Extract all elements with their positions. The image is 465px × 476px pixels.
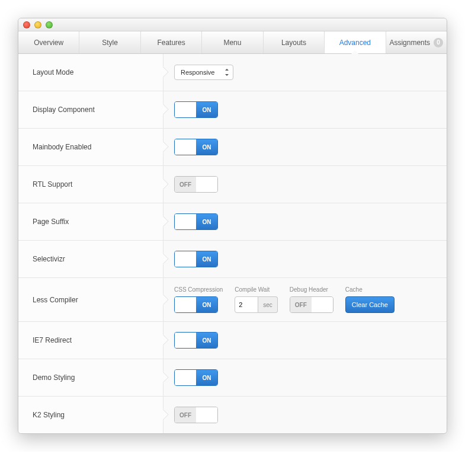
control-k2-styling: OFF — [163, 397, 447, 433]
ie7-redirect-toggle[interactable]: ON — [174, 332, 218, 349]
toggle-state: ON — [196, 139, 217, 155]
row-mainbody-enabled: Mainbody Enabled ON — [18, 129, 447, 166]
row-layout-mode: Layout Mode Responsive — [18, 54, 447, 91]
toggle-state: OFF — [290, 297, 312, 312]
titlebar — [18, 18, 447, 31]
control-mainbody-enabled: ON — [163, 129, 447, 165]
label-selectivizr: Selectivizr — [18, 241, 163, 277]
toggle-state: OFF — [175, 177, 196, 192]
control-ie7-redirect: ON — [163, 322, 447, 359]
panel-body: Layout Mode Responsive Display Component… — [18, 54, 447, 433]
toggle-knob — [175, 297, 196, 312]
layout-mode-select[interactable]: Responsive — [174, 65, 233, 80]
rtl-support-toggle[interactable]: OFF — [174, 176, 218, 193]
toggle-knob — [175, 139, 196, 155]
row-k2-styling: K2 Styling OFF — [18, 397, 447, 433]
control-rtl-support: OFF — [163, 166, 447, 203]
debug-header-toggle[interactable]: OFF — [290, 296, 333, 313]
toggle-knob — [175, 214, 196, 229]
toggle-state: ON — [196, 214, 217, 229]
tab-layouts[interactable]: Layouts — [264, 31, 325, 53]
toggle-knob — [175, 370, 196, 385]
toggle-knob — [196, 177, 217, 192]
toggle-knob — [196, 407, 217, 423]
mainbody-enabled-toggle[interactable]: ON — [174, 139, 218, 155]
control-selectivizr: ON — [163, 241, 447, 277]
toggle-state: ON — [196, 102, 217, 117]
control-page-suffix: ON — [163, 203, 447, 240]
tab-menu[interactable]: Menu — [202, 31, 263, 53]
control-layout-mode: Responsive — [163, 54, 447, 91]
tab-advanced[interactable]: Advanced — [325, 31, 386, 53]
group-css-compression: CSS Compression ON — [174, 286, 223, 313]
clear-cache-button[interactable]: Clear Cache — [345, 296, 395, 313]
label-rtl-support: RTL Support — [18, 166, 163, 203]
group-cache: Cache Clear Cache — [345, 286, 395, 313]
label-page-suffix: Page Suffix — [18, 203, 163, 240]
toggle-state: OFF — [175, 407, 196, 423]
label-k2-styling: K2 Styling — [18, 397, 163, 433]
row-demo-styling: Demo Styling ON — [18, 359, 447, 397]
k2-styling-toggle[interactable]: OFF — [174, 407, 218, 423]
label-less-compiler: Less Compiler — [18, 278, 163, 321]
assignments-badge: 0 — [434, 38, 443, 47]
toggle-state: ON — [196, 370, 217, 385]
minimize-icon[interactable] — [34, 21, 41, 28]
display-component-toggle[interactable]: ON — [174, 101, 218, 118]
control-display-component: ON — [163, 91, 447, 128]
toggle-knob — [312, 297, 333, 312]
close-icon[interactable] — [23, 21, 30, 28]
label-ie7-redirect: IE7 Redirect — [18, 322, 163, 359]
zoom-icon[interactable] — [46, 21, 53, 28]
compile-wait-field: sec — [235, 296, 278, 313]
group-compile-wait: Compile Wait sec — [235, 286, 278, 313]
control-less-compiler: CSS Compression ON Compile Wait sec Debu… — [163, 278, 447, 321]
group-debug-header: Debug Header OFF — [290, 286, 333, 313]
label-css-compression: CSS Compression — [174, 286, 223, 293]
selectivizr-toggle[interactable]: ON — [174, 251, 218, 267]
tabs: Overview Style Features Menu Layouts Adv… — [18, 31, 447, 54]
toggle-knob — [175, 333, 196, 348]
compile-wait-input[interactable] — [235, 296, 258, 313]
row-page-suffix: Page Suffix ON — [18, 203, 447, 241]
tab-overview[interactable]: Overview — [18, 31, 79, 53]
row-rtl-support: RTL Support OFF — [18, 166, 447, 203]
tab-features[interactable]: Features — [141, 31, 202, 53]
row-ie7-redirect: IE7 Redirect ON — [18, 322, 447, 359]
label-demo-styling: Demo Styling — [18, 359, 163, 396]
label-display-component: Display Component — [18, 91, 163, 128]
row-selectivizr: Selectivizr ON — [18, 241, 447, 278]
toggle-knob — [175, 251, 196, 267]
row-less-compiler: Less Compiler CSS Compression ON Compile… — [18, 278, 447, 322]
toggle-state: ON — [196, 333, 217, 348]
layout-mode-value: Responsive — [181, 69, 214, 76]
tab-assignments-label: Assignments — [389, 39, 430, 47]
tab-assignments[interactable]: Assignments 0 — [386, 31, 447, 53]
toggle-state: ON — [196, 251, 217, 267]
label-mainbody-enabled: Mainbody Enabled — [18, 129, 163, 165]
tab-style[interactable]: Style — [79, 31, 140, 53]
page-suffix-toggle[interactable]: ON — [174, 213, 218, 230]
label-compile-wait: Compile Wait — [235, 286, 278, 293]
control-demo-styling: ON — [163, 359, 447, 396]
toggle-state: ON — [196, 297, 217, 312]
label-layout-mode: Layout Mode — [18, 54, 163, 91]
window: Overview Style Features Menu Layouts Adv… — [18, 18, 447, 434]
compile-wait-unit: sec — [258, 296, 278, 313]
toggle-knob — [175, 102, 196, 117]
demo-styling-toggle[interactable]: ON — [174, 369, 218, 386]
css-compression-toggle[interactable]: ON — [174, 296, 218, 313]
label-cache: Cache — [345, 286, 395, 293]
row-display-component: Display Component ON — [18, 91, 447, 129]
label-debug-header: Debug Header — [290, 286, 333, 293]
